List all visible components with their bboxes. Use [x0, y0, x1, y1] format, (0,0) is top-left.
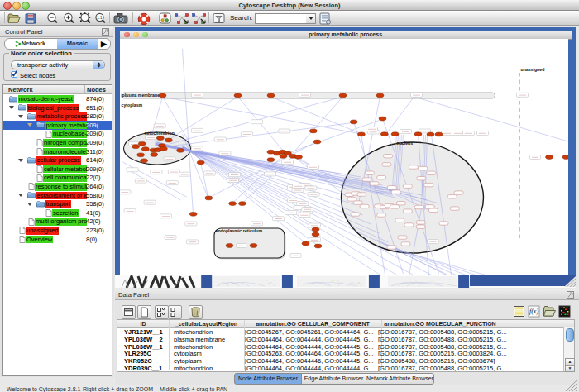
svg-text:endoplasmic reticulum: endoplasmic reticulum — [215, 228, 262, 233]
svg-text:unassigned: unassigned — [520, 67, 544, 72]
svg-text:cytoplasm: cytoplasm — [121, 103, 142, 108]
svg-text:f(x): f(x) — [529, 308, 538, 315]
svg-text:plasma membrane: plasma membrane — [122, 93, 160, 98]
svg-text:mitochondrion: mitochondrion — [144, 131, 174, 136]
svg-text:1:1: 1:1 — [97, 16, 103, 20]
svg-text:nucleus: nucleus — [396, 141, 413, 146]
